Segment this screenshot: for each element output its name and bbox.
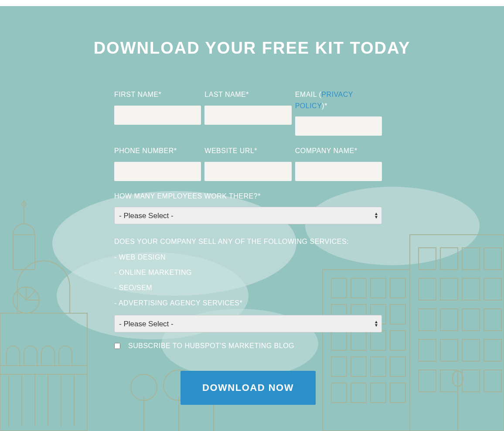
subscribe-label: SUBSCRIBE TO HUBSPOT'S MARKETING BLOG <box>128 342 294 350</box>
employees-select-wrap: - Please Select - ▲▼ <box>114 207 382 224</box>
last-name-input[interactable] <box>204 106 291 125</box>
subscribe-row: SUBSCRIBE TO HUBSPOT'S MARKETING BLOG <box>114 342 382 350</box>
services-label-line4: - SEO/SEM <box>114 280 382 295</box>
phone-label: PHONE NUMBER* <box>114 145 201 157</box>
email-field: EMAIL (PRIVACY POLICY)* <box>295 89 382 136</box>
download-now-button[interactable]: DOWNLOAD NOW <box>180 371 316 405</box>
first-name-input[interactable] <box>114 106 201 125</box>
website-label: WEBSITE URL* <box>204 145 291 157</box>
employees-field: HOW MANY EMPLOYEES WORK THERE?* - Please… <box>114 191 382 225</box>
services-label-line5: - ADVERTISING AGENCY SERVICES* <box>114 295 382 311</box>
services-field: DOES YOUR COMPANY SELL ANY OF THE FOLLOW… <box>114 234 382 332</box>
hero-section: DOWNLOAD YOUR FREE KIT TODAY FIRST NAME*… <box>0 6 504 431</box>
last-name-label: LAST NAME* <box>204 89 291 100</box>
lead-form: FIRST NAME* LAST NAME* EMAIL (PRIVACY PO… <box>114 89 382 405</box>
services-label-line3: - ONLINE MARKETING <box>114 265 382 280</box>
services-label-line1: DOES YOUR COMPANY SELL ANY OF THE FOLLOW… <box>114 234 382 249</box>
services-label: DOES YOUR COMPANY SELL ANY OF THE FOLLOW… <box>114 234 382 311</box>
services-select[interactable]: - Please Select - <box>114 315 382 332</box>
email-label-after: )* <box>322 102 327 109</box>
email-label-before: EMAIL ( <box>295 91 322 98</box>
name-email-row: FIRST NAME* LAST NAME* EMAIL (PRIVACY PO… <box>114 89 382 136</box>
email-label: EMAIL (PRIVACY POLICY)* <box>295 89 382 111</box>
email-input[interactable] <box>295 116 382 136</box>
phone-input[interactable] <box>114 162 201 181</box>
services-label-line2: - WEB DESIGN <box>114 250 382 265</box>
phone-field: PHONE NUMBER* <box>114 145 201 181</box>
content-container: DOWNLOAD YOUR FREE KIT TODAY FIRST NAME*… <box>0 39 504 405</box>
first-name-label: FIRST NAME* <box>114 89 201 100</box>
subscribe-checkbox[interactable] <box>114 343 120 349</box>
company-label: COMPANY NAME* <box>295 145 382 157</box>
first-name-field: FIRST NAME* <box>114 89 201 136</box>
services-select-wrap: - Please Select - ▲▼ <box>114 315 382 332</box>
page-title: DOWNLOAD YOUR FREE KIT TODAY <box>0 39 504 58</box>
employees-label: HOW MANY EMPLOYEES WORK THERE?* <box>114 191 382 202</box>
top-gap <box>0 0 504 6</box>
company-input[interactable] <box>295 162 382 181</box>
employees-select[interactable]: - Please Select - <box>114 207 382 224</box>
website-input[interactable] <box>204 162 291 181</box>
website-field: WEBSITE URL* <box>204 145 291 181</box>
company-field: COMPANY NAME* <box>295 145 382 181</box>
phone-website-company-row: PHONE NUMBER* WEBSITE URL* COMPANY NAME* <box>114 145 382 181</box>
last-name-field: LAST NAME* <box>204 89 291 136</box>
